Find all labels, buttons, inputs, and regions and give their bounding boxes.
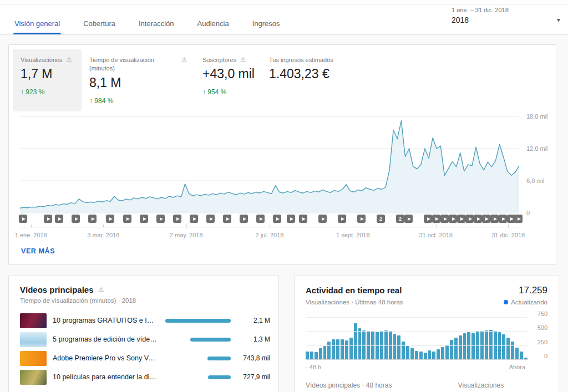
realtime-hour-bar: [437, 349, 440, 360]
play-icon: [75, 217, 78, 221]
top-videos-card: Vídeos principales ⚠ Tiempo de visualiza…: [8, 276, 279, 392]
realtime-y-axis: 7505002500: [528, 314, 547, 360]
metric-card-0[interactable]: Visualizaciones⚠1,7 M↑ 923 %: [13, 49, 82, 111]
video-marker[interactable]: [72, 215, 80, 223]
views-area-chart[interactable]: [20, 116, 519, 215]
realtime-hour-bar: [450, 340, 453, 360]
see-more-link[interactable]: VER MÁS: [21, 247, 55, 255]
video-marker[interactable]: [457, 215, 465, 223]
play-icon: [469, 217, 472, 221]
video-title: 10 programas GRATUITOS e INDISPENSAB…: [53, 317, 158, 324]
video-thumbnail: [20, 332, 47, 347]
realtime-x-right: Ahora: [509, 364, 525, 370]
metric-value: 8,1 M: [89, 75, 187, 90]
metric-card-1[interactable]: Tiempo de visualización (minutos)⚠8,1 M↑…: [82, 49, 195, 111]
play-icon: [460, 217, 464, 221]
video-marker[interactable]: [106, 215, 114, 223]
tab-ingresos[interactable]: Ingresos: [251, 12, 281, 34]
video-marker[interactable]: [404, 215, 413, 223]
realtime-bars[interactable]: [306, 318, 528, 360]
x-axis-label: 2 may. 2018: [161, 232, 211, 238]
video-list-item[interactable]: 5 programas de edición de vídeo gratuito…: [20, 330, 270, 349]
play-icon: [193, 217, 196, 221]
video-bar-track: [164, 357, 231, 360]
video-marker[interactable]: [449, 215, 457, 223]
y-axis-label: 18,0 mil: [526, 113, 560, 120]
realtime-subtitle: Visualizaciones · Últimas 48 horas: [306, 299, 403, 306]
video-marker[interactable]: [318, 215, 327, 223]
video-watchtime-bar: [190, 338, 231, 342]
play-icon: [494, 217, 497, 221]
play-icon: [176, 217, 180, 221]
realtime-y-label: 750: [537, 310, 547, 317]
video-marker[interactable]: [19, 215, 27, 223]
realtime-hour-bar: [410, 348, 414, 360]
video-marker[interactable]: 2: [377, 215, 385, 223]
video-marker[interactable]: [140, 215, 148, 223]
tab-cobertura[interactable]: Cobertura: [82, 12, 116, 34]
video-marker[interactable]: [156, 215, 165, 223]
tab-visi-n-general[interactable]: Visión general: [13, 12, 61, 34]
video-marker[interactable]: [474, 215, 482, 223]
video-marker[interactable]: [424, 215, 432, 223]
realtime-hour-bar: [498, 332, 501, 360]
video-marker[interactable]: [357, 215, 366, 223]
x-axis-label: 31 dic. 2018: [483, 232, 533, 238]
video-marker[interactable]: [338, 215, 346, 223]
realtime-hour-bar: [402, 342, 405, 360]
video-marker[interactable]: [123, 215, 131, 223]
video-marker[interactable]: [465, 215, 474, 223]
realtime-hour-bar: [428, 350, 432, 360]
metric-delta: ↑ 954 %: [202, 88, 253, 96]
video-marker[interactable]: [88, 215, 97, 223]
video-marker[interactable]: [499, 215, 507, 223]
up-arrow-icon: ↑: [89, 97, 94, 105]
video-marker[interactable]: [490, 215, 499, 223]
realtime-gridline: [306, 345, 528, 346]
realtime-status: Actualizando: [504, 299, 547, 306]
date-range-selector[interactable]: 1 ene. – 31 dic. 2018 2018 ▾: [452, 7, 560, 24]
video-thumbnail: [20, 351, 47, 366]
tab-audiencia[interactable]: Audiencia: [196, 12, 230, 34]
video-marker[interactable]: [223, 215, 231, 223]
video-marker[interactable]: [514, 215, 523, 223]
video-marker[interactable]: [432, 215, 440, 223]
video-marker[interactable]: [273, 215, 281, 223]
video-marker[interactable]: [440, 215, 449, 223]
metric-label-row: Tiempo de visualización (minutos)⚠: [89, 56, 187, 73]
video-marker[interactable]: [206, 215, 215, 223]
realtime-hour-bar: [341, 339, 344, 360]
metric-card-2[interactable]: Suscriptores⚠+43,0 mil↑ 954 %: [195, 49, 261, 111]
video-thumbnail: [20, 370, 47, 385]
video-published-markers-row: 22: [20, 215, 519, 223]
video-marker[interactable]: 2: [396, 215, 404, 223]
realtime-footer-left: Vídeos principales · 48 horas: [306, 381, 392, 389]
play-icon: [502, 217, 505, 221]
tab-interacci-n[interactable]: Interacción: [138, 12, 175, 34]
play-icon: [408, 217, 411, 221]
metric-delta-value: 984 %: [94, 97, 113, 105]
video-marker[interactable]: [256, 215, 265, 223]
video-marker[interactable]: [240, 215, 248, 223]
realtime-hour-bar: [520, 352, 523, 360]
video-list-item[interactable]: 10 programas GRATUITOS e INDISPENSAB…2,1…: [20, 311, 270, 330]
video-marker[interactable]: [299, 215, 307, 223]
tabs-nav: Visión generalCoberturaInteracciónAudien…: [13, 12, 281, 34]
metric-label: Tus ingresos estimados: [269, 56, 333, 64]
realtime-y-label: 250: [537, 339, 547, 345]
video-marker[interactable]: [173, 215, 181, 223]
video-marker[interactable]: [190, 215, 198, 223]
video-marker[interactable]: [482, 215, 490, 223]
metric-label: Suscriptores: [202, 56, 236, 64]
tab-label: Visión general: [14, 19, 60, 28]
video-marker[interactable]: [55, 215, 63, 223]
video-list-item[interactable]: 10 películas para entender la dirección …: [20, 368, 270, 386]
video-watchtime-bar: [207, 357, 231, 360]
play-icon: [226, 217, 230, 221]
metric-card-3[interactable]: Tus ingresos estimados1.403,23 €: [261, 49, 356, 111]
video-list-item[interactable]: Adobe Premiere Pro vs Sony Vegas Pro, ¿c…: [20, 349, 270, 368]
video-marker[interactable]: [287, 215, 295, 223]
video-marker[interactable]: [44, 215, 52, 223]
realtime-activity-card: Actividad en tiempo real 17.259 Visualiz…: [294, 276, 559, 392]
overview-chart-card: Visualizaciones⚠1,7 M↑ 923 %Tiempo de vi…: [8, 44, 556, 265]
